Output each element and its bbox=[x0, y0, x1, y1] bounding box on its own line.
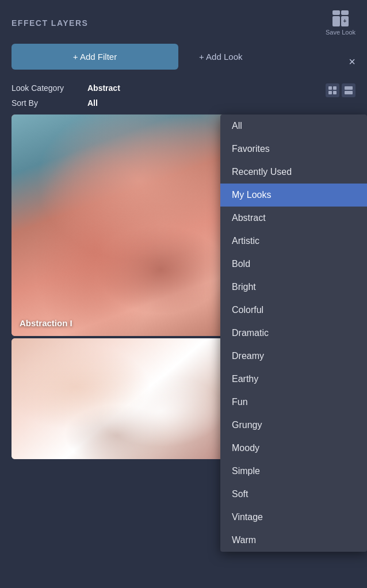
dropdown-item[interactable]: Artistic bbox=[220, 230, 367, 253]
filter-row: Look Category Abstract Sort By All bbox=[0, 79, 367, 114]
dropdown-item[interactable]: Bright bbox=[220, 276, 367, 299]
svg-rect-3 bbox=[333, 91, 337, 94]
dropdown-item[interactable]: Favorites bbox=[220, 138, 367, 161]
dropdown-panel: AllFavoritesRecently UsedMy LooksAbstrac… bbox=[220, 114, 367, 552]
toolbar: + Add Filter + Add Look × bbox=[0, 44, 367, 79]
dropdown-item[interactable]: Grungy bbox=[220, 414, 367, 437]
list-view-button[interactable] bbox=[342, 83, 355, 97]
sort-value[interactable]: All bbox=[87, 98, 98, 108]
dropdown-item[interactable]: Dramatic bbox=[220, 322, 367, 345]
image-card[interactable] bbox=[12, 338, 224, 459]
sort-filter: Sort By All bbox=[12, 98, 355, 108]
image-label: Abstraction I bbox=[20, 318, 72, 328]
dropdown-item[interactable]: Abstract bbox=[220, 207, 367, 230]
close-button[interactable]: × bbox=[349, 56, 355, 67]
grid-view-button[interactable] bbox=[326, 83, 339, 97]
save-look-label: Save Look bbox=[326, 29, 355, 36]
svg-rect-1 bbox=[333, 86, 337, 90]
dropdown-item[interactable]: Earthy bbox=[220, 368, 367, 391]
image-grid: Abstraction I bbox=[0, 114, 224, 588]
main-content: Abstraction I AllFavoritesRecently UsedM… bbox=[0, 114, 367, 588]
dropdown-item[interactable]: Soft bbox=[220, 483, 367, 506]
dropdown-item[interactable]: Bold bbox=[220, 253, 367, 276]
svg-rect-0 bbox=[328, 86, 332, 90]
dropdown-item[interactable]: Moody bbox=[220, 437, 367, 460]
category-value[interactable]: Abstract bbox=[87, 83, 120, 93]
dropdown-item[interactable]: All bbox=[220, 114, 367, 138]
dropdown-item[interactable]: Warm bbox=[220, 529, 367, 552]
image-card[interactable]: Abstraction I bbox=[12, 114, 224, 336]
svg-rect-2 bbox=[328, 91, 332, 94]
dropdown-item[interactable]: My Looks bbox=[220, 184, 367, 207]
sort-label: Sort By bbox=[12, 98, 81, 108]
category-label: Look Category bbox=[12, 83, 81, 93]
add-filter-button[interactable]: + Add Filter bbox=[12, 44, 178, 70]
header: EFFECT LAYERS + Save Look bbox=[0, 0, 367, 44]
save-look-icon: + bbox=[332, 10, 349, 26]
dropdown-item[interactable]: Vintage bbox=[220, 506, 367, 529]
save-look-button[interactable]: + Save Look bbox=[326, 10, 355, 36]
grid-toggle bbox=[326, 83, 355, 97]
dropdown-item[interactable]: Fun bbox=[220, 391, 367, 414]
dropdown-item[interactable]: Colorful bbox=[220, 299, 367, 322]
svg-rect-5 bbox=[345, 91, 353, 94]
category-filter: Look Category Abstract bbox=[12, 83, 355, 93]
dropdown-item[interactable]: Simple bbox=[220, 460, 367, 483]
add-look-button[interactable]: + Add Look bbox=[188, 44, 254, 70]
page-title: EFFECT LAYERS bbox=[12, 18, 88, 28]
dropdown-item[interactable]: Recently Used bbox=[220, 161, 367, 184]
dropdown-item[interactable]: Dreamy bbox=[220, 345, 367, 368]
svg-rect-4 bbox=[345, 86, 353, 90]
